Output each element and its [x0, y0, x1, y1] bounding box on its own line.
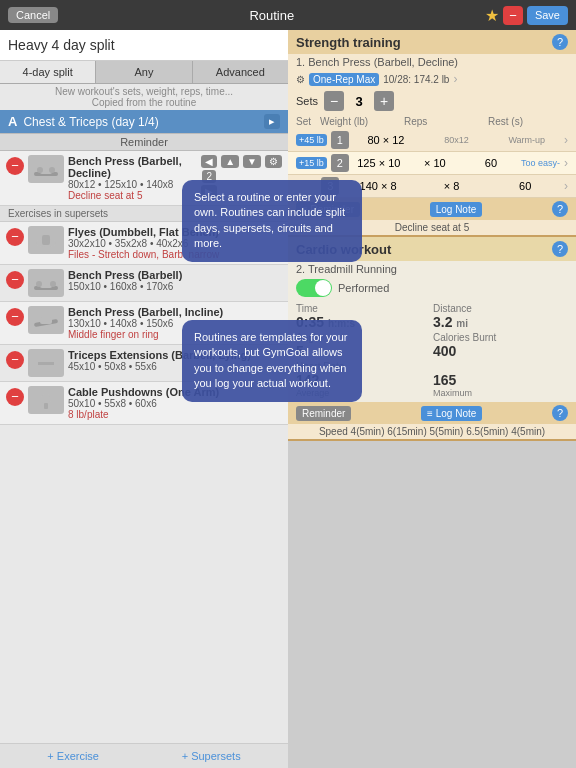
reminder-bar[interactable]: Reminder — [0, 133, 288, 151]
cardio-performed-toggle[interactable] — [296, 279, 332, 297]
exercise-sets-1: 80x12 • 125x10 • 140x8 — [68, 179, 197, 190]
cardio-help2-button[interactable]: ? — [552, 405, 568, 421]
row1-weight[interactable]: 80 × 12 — [353, 134, 419, 146]
row2-badge: +15 lb — [296, 157, 327, 169]
cardio-help-button[interactable]: ? — [552, 241, 568, 257]
row2-set[interactable]: 2 — [331, 154, 349, 172]
orm-badge: One-Rep Max — [309, 73, 379, 86]
remove-exercise-6-button[interactable]: − — [6, 388, 24, 406]
routine-name-input[interactable] — [8, 37, 280, 53]
sets-row: Sets − 3 + — [288, 88, 576, 114]
cardio-lognote-button[interactable]: ≡ Log Note — [421, 406, 482, 421]
orm-row: ⚙ One-Rep Max 10/28: 174.2 lb › — [288, 70, 576, 88]
tooltip-bubble-1: Select a routine or enter your own. Rout… — [182, 180, 362, 262]
exercise-name-3: Bench Press (Barbell) — [68, 269, 282, 281]
exercise-note-1: Decline seat at 5 — [68, 190, 197, 201]
cardio-performed-label: Performed — [338, 282, 389, 294]
exercise-note-6: 8 lb/plate — [68, 409, 282, 420]
exercise-thumb-6 — [28, 386, 64, 414]
cardio-exercise-name: 2. Treadmill Running — [288, 261, 576, 277]
cardio-speed-note: Speed 4(5min) 6(15min) 5(5min) 6.5(5min)… — [288, 424, 576, 439]
cardio-reminder-button[interactable]: Reminder — [296, 406, 351, 421]
cardio-distance-cell: Distance 3.2 mi — [433, 303, 568, 330]
tab-split[interactable]: 4-day split — [0, 61, 96, 83]
row3-chevron-icon: › — [564, 179, 568, 193]
orm-value: 10/28: 174.2 lb — [383, 74, 449, 85]
top-bar-right: ★ − Save — [485, 6, 568, 25]
col-rest-header: Rest (s) — [488, 116, 568, 127]
row2-reps: × 10 — [409, 157, 461, 169]
cardio-calories-value[interactable]: 400 — [433, 343, 568, 359]
exercise-thumb-1 — [28, 155, 64, 183]
row2-weight[interactable]: 125 × 10 — [353, 157, 405, 169]
strength-header: Strength training ? — [288, 30, 576, 54]
cardio-hr-max-value[interactable]: 165 — [433, 372, 568, 388]
svg-point-3 — [49, 167, 55, 173]
exercise-1-down-button[interactable]: ▼ — [243, 155, 261, 168]
cardio-max-label: Maximum — [433, 388, 568, 398]
remove-exercise-2-button[interactable]: − — [6, 228, 24, 246]
list-item: − Bench Press (Barbell) 150x10 • 160x8 •… — [0, 265, 288, 302]
col-reps-header: Reps — [404, 116, 484, 127]
cancel-button[interactable]: Cancel — [8, 7, 58, 23]
row3-reps: × 8 — [417, 180, 487, 192]
day-name: Chest & Triceps (day 1/4) — [23, 115, 258, 129]
top-bar: Cancel Routine ★ − Save — [0, 0, 576, 30]
exercise-name-4: Bench Press (Barbell, Incline) — [68, 306, 282, 318]
remove-exercise-3-button[interactable]: − — [6, 271, 24, 289]
day-header: A Chest & Triceps (day 1/4) ▸ — [0, 110, 288, 133]
top-bar-left: Cancel — [8, 7, 58, 23]
svg-rect-11 — [40, 317, 52, 324]
svg-point-2 — [37, 167, 43, 173]
col-weight-header: Weight (lb) — [320, 116, 400, 127]
row2-rest: 60 — [465, 157, 517, 169]
exercise-1-prev-button[interactable]: ◀ — [201, 155, 217, 168]
row1-set[interactable]: 1 — [331, 131, 349, 149]
exercise-1-settings-button[interactable]: ⚙ — [265, 155, 282, 168]
cardio-reminder-row: Reminder ≡ Log Note ? — [288, 402, 576, 424]
exercise-name-1: Bench Press (Barbell, Decline) — [68, 155, 197, 179]
day-letter: A — [8, 114, 17, 129]
row1-rest: Warm-up — [494, 135, 560, 145]
strength-exercise-name: 1. Bench Press (Barbell, Decline) — [288, 54, 576, 70]
sets-value: 3 — [347, 94, 371, 109]
cardio-distance-label: Distance — [433, 303, 568, 314]
col-set-header: Set — [296, 116, 316, 127]
add-exercise-button[interactable]: + Exercise — [47, 750, 99, 762]
star-button[interactable]: ★ — [485, 6, 499, 25]
cardio-toggle-row: Performed — [288, 277, 576, 299]
add-supersets-button[interactable]: + Supersets — [182, 750, 241, 762]
hint-text: New workout's sets, weight, reps, time..… — [0, 84, 288, 110]
svg-point-9 — [50, 281, 56, 287]
cardio-time-label: Time — [296, 303, 431, 314]
svg-point-8 — [36, 281, 42, 287]
row1-chevron-icon: › — [564, 133, 568, 147]
strength-table-header: Set Weight (lb) Reps Rest (s) — [288, 114, 576, 129]
strength-help2-button[interactable]: ? — [552, 201, 568, 217]
sets-control: − 3 + — [324, 91, 394, 111]
remove-exercise-5-button[interactable]: − — [6, 351, 24, 369]
tabs-row: 4-day split Any Advanced — [0, 61, 288, 84]
cardio-distance-value[interactable]: 3.2 mi — [433, 314, 568, 330]
exercise-1-up-button[interactable]: ▲ — [221, 155, 239, 168]
add-row: + Exercise + Supersets — [0, 743, 288, 768]
exercise-thumb-4 — [28, 306, 64, 334]
strength-title: Strength training — [296, 35, 401, 50]
save-button[interactable]: Save — [527, 6, 568, 25]
tab-advanced[interactable]: Advanced — [193, 61, 288, 83]
tab-any[interactable]: Any — [96, 61, 192, 83]
svg-rect-12 — [36, 362, 56, 365]
page-title: Routine — [249, 8, 294, 23]
remove-exercise-4-button[interactable]: − — [6, 308, 24, 326]
strength-lognote-button[interactable]: Log Note — [430, 202, 483, 217]
minus-button[interactable]: − — [503, 6, 523, 25]
remove-exercise-1-button[interactable]: − — [6, 157, 24, 175]
sets-minus-button[interactable]: − — [324, 91, 344, 111]
day-expand-button[interactable]: ▸ — [264, 114, 280, 129]
sets-plus-button[interactable]: + — [374, 91, 394, 111]
svg-point-15 — [41, 394, 51, 404]
row1-reps: 80x12 — [423, 135, 489, 145]
row2-chevron-icon: › — [564, 156, 568, 170]
exercise-thumb-3 — [28, 269, 64, 297]
strength-help-button[interactable]: ? — [552, 34, 568, 50]
